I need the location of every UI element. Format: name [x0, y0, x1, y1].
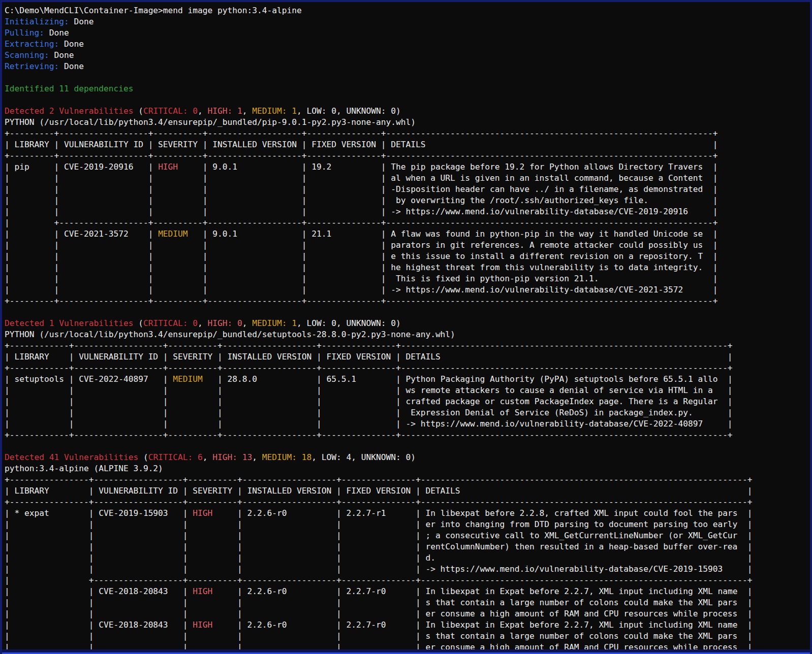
terminal-line — [5, 72, 810, 83]
terminal-line: | | | | | | d. | — [5, 552, 810, 564]
terminal-line: PYTHON (/usr/local/lib/python3.4/ensurep… — [5, 117, 810, 128]
terminal-line: | | | | | | er consume a high amount of … — [5, 608, 810, 619]
terminal-line: | setuptools | CVE-2022-40897 | MEDIUM |… — [5, 374, 810, 385]
terminal-line: | +------------------+----------+-------… — [5, 575, 810, 586]
terminal-line: +---------+------------------+----------… — [5, 150, 810, 161]
terminal-line: +------------+------------------+-------… — [5, 430, 810, 441]
terminal-line: | | | | | | ; a consecutive call to XML_… — [5, 530, 810, 541]
terminal-line: | | CVE-2018-20843 | HIGH | 2.2.6-r0 | 2… — [5, 586, 810, 597]
terminal-line: | * expat | CVE-2019-15903 | HIGH | 2.2.… — [5, 508, 810, 519]
terminal-line: Scanning: Done — [5, 50, 810, 61]
terminal-line: +------------+------------------+-------… — [5, 340, 810, 351]
terminal-line: | | | | | | -> https://www.mend.io/vulne… — [5, 418, 810, 430]
terminal-line: C:\Demo\MendCLI\Container-Image>mend ima… — [5, 5, 810, 16]
terminal-line — [5, 307, 810, 318]
terminal-line: +---------+------------------+----------… — [5, 296, 810, 307]
terminal-line — [5, 441, 810, 452]
terminal-output: C:\Demo\MendCLI\Container-Image>mend ima… — [2, 2, 810, 653]
terminal-line: | | | | | | s that contain a large numbe… — [5, 631, 810, 642]
terminal-line: | | | | | | This is fixed in python-pip … — [5, 273, 810, 284]
window-border-bottom-edge — [2, 649, 810, 654]
terminal-line: | | CVE-2018-20843 | HIGH | 2.2.6-r0 | 2… — [5, 619, 810, 631]
terminal-line: | | | | | | parators in git references. … — [5, 240, 810, 251]
terminal-line: | | | | | | er into changing from DTD pa… — [5, 519, 810, 530]
terminal-line: | | | | | | he highest threat from this … — [5, 262, 810, 273]
terminal-line: Initializing: Done — [5, 16, 810, 27]
terminal-line: | LIBRARY | VULNERABILITY ID | SEVERITY … — [5, 139, 810, 150]
terminal-line: +------------+------------------+-------… — [5, 363, 810, 374]
terminal-line: +----------------+------------------+---… — [5, 497, 810, 508]
terminal-line: | | | | | | -> https://www.mend.io/vulne… — [5, 284, 810, 296]
terminal-line: Retrieving: Done — [5, 61, 810, 72]
terminal-line: PYTHON (/usr/local/lib/python3.4/ensurep… — [5, 329, 810, 340]
terminal-line: Identified 11 dependencies — [5, 83, 810, 94]
terminal-line: Pulling: Done — [5, 27, 810, 39]
terminal-line: Detected 1 Vulnerabilities (CRITICAL: 0,… — [5, 318, 810, 329]
terminal-line: | | | | | | s that contain a large numbe… — [5, 597, 810, 608]
terminal-line: | LIBRARY | VULNERABILITY ID | SEVERITY … — [5, 485, 810, 497]
terminal-line: | | | | | | rentColumnNumber) then resul… — [5, 541, 810, 552]
terminal-line: | LIBRARY | VULNERABILITY ID | SEVERITY … — [5, 351, 810, 363]
terminal-line: | | | | | | -> https://www.mend.io/vulne… — [5, 564, 810, 575]
terminal-line — [5, 94, 810, 106]
terminal-line: | | CVE-2021-3572 | MEDIUM | 9.0.1 | 21.… — [5, 228, 810, 240]
terminal-line: | | | | | | ws remote attackers to cause… — [5, 385, 810, 396]
terminal-line: Detected 2 Vulnerabilities (CRITICAL: 0,… — [5, 106, 810, 117]
terminal-line: Extracting: Done — [5, 39, 810, 50]
terminal-line: | | | | | | -> https://www.mend.io/vulne… — [5, 206, 810, 217]
terminal-window: C:\Demo\MendCLI\Container-Image>mend ima… — [0, 0, 812, 654]
terminal-line: | | | | | | al when a URL is given in an… — [5, 173, 810, 184]
terminal-line: +---------+------------------+----------… — [5, 128, 810, 139]
terminal-line: | pip | CVE-2019-20916 | HIGH | 9.0.1 | … — [5, 161, 810, 173]
terminal-line: | | | | | | e this issue to install a di… — [5, 251, 810, 262]
terminal-line: | | | | | | by overwriting the /root/.ss… — [5, 195, 810, 206]
terminal-line: Detected 41 Vulnerabilities (CRITICAL: 6… — [5, 452, 810, 463]
terminal-line: +----------------+------------------+---… — [5, 474, 810, 485]
terminal-line: | | | | | | Expression Denial of Service… — [5, 407, 810, 418]
terminal-line: | +------------------+----------+-------… — [5, 217, 810, 228]
terminal-line: | | | | | | -Disposition header can have… — [5, 184, 810, 195]
terminal-line: python:3.4-alpine (ALPINE 3.9.2) — [5, 463, 810, 474]
terminal-line: | | | | | | crafted package or custom Pa… — [5, 396, 810, 407]
